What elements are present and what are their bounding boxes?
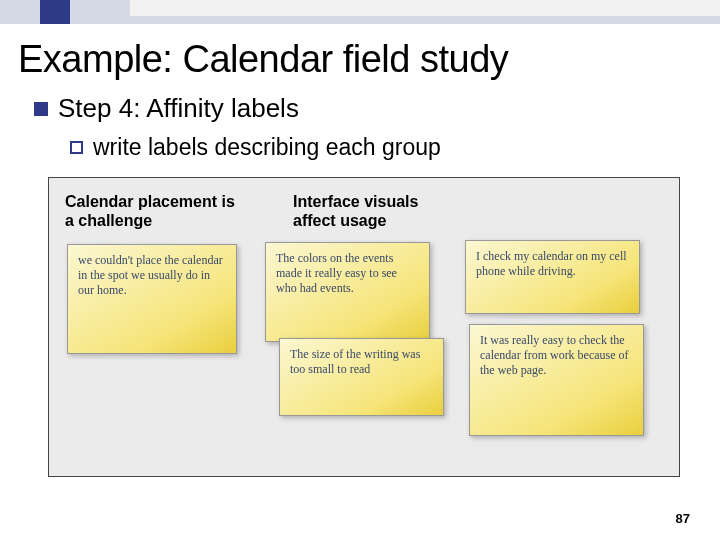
group-labels-row: Calendar placement is a challenge Interf… xyxy=(65,192,663,230)
sticky-note: The colors on the events made it really … xyxy=(265,242,430,342)
group-label-2: Interface visuals affect usage xyxy=(293,192,453,230)
sticky-note: we couldn't place the calendar in the sp… xyxy=(67,244,237,354)
page-number: 87 xyxy=(676,511,690,526)
sticky-note: It was really easy to check the calendar… xyxy=(469,324,644,436)
square-bullet-icon xyxy=(34,102,48,116)
affinity-board: Calendar placement is a challenge Interf… xyxy=(48,177,680,477)
bullet-level-1: Step 4: Affinity labels xyxy=(0,93,720,124)
bullet-level-2: write labels describing each group xyxy=(0,134,720,161)
bullet-2-text: write labels describing each group xyxy=(93,134,441,161)
sticky-notes-area: we couldn't place the calendar in the sp… xyxy=(65,240,663,450)
slide-title: Example: Calendar field study xyxy=(0,24,720,93)
slide-top-decoration xyxy=(0,0,720,24)
bullet-1-text: Step 4: Affinity labels xyxy=(58,93,299,124)
group-label-1: Calendar placement is a challenge xyxy=(65,192,245,230)
sticky-note: I check my calendar on my cell phone whi… xyxy=(465,240,640,314)
sticky-note: The size of the writing was too small to… xyxy=(279,338,444,416)
hollow-square-bullet-icon xyxy=(70,141,83,154)
